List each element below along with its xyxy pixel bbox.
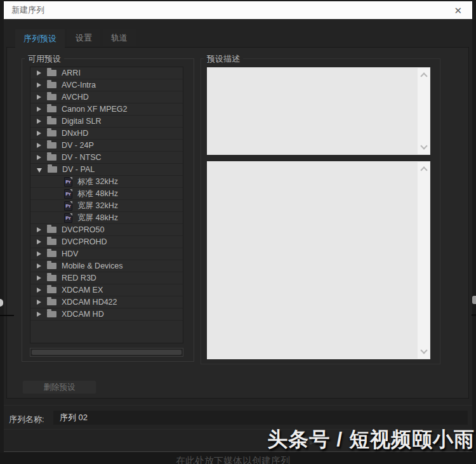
folder-icon bbox=[47, 239, 56, 245]
folder-icon bbox=[47, 287, 56, 293]
collapse-triangle-icon[interactable] bbox=[37, 168, 42, 173]
tree-item[interactable]: RED R3D bbox=[30, 272, 183, 284]
scroll-down-icon[interactable] bbox=[420, 142, 427, 149]
scroll-up-icon[interactable] bbox=[420, 72, 427, 79]
tree-item[interactable]: ARRI bbox=[30, 67, 183, 79]
expand-triangle-icon[interactable] bbox=[37, 275, 41, 281]
tree-item-label: XDCAM EX bbox=[62, 286, 103, 295]
tree-item-label: 标准 48kHz bbox=[77, 189, 118, 199]
folder-icon bbox=[47, 275, 56, 281]
dialog-title: 新建序列 bbox=[11, 4, 44, 16]
tree-item-label: 宽屏 32kHz bbox=[77, 201, 118, 211]
tree-item[interactable]: DVCPRO50 bbox=[30, 224, 183, 236]
watermark-text: 头条号 / 短视频颐小雨 bbox=[267, 426, 475, 454]
scroll-up-icon[interactable] bbox=[420, 166, 427, 173]
premiere-preset-icon: Pr bbox=[64, 213, 72, 223]
scroll-down-icon[interactable] bbox=[420, 347, 427, 354]
background-edge-artifact bbox=[0, 315, 14, 316]
expand-triangle-icon[interactable] bbox=[37, 95, 41, 100]
premiere-preset-icon: Pr bbox=[64, 189, 72, 199]
tree-item[interactable]: XDCAM HD bbox=[30, 308, 183, 321]
tree-item[interactable]: XDCAM EX bbox=[30, 284, 183, 296]
folder-icon bbox=[47, 70, 56, 76]
expand-triangle-icon[interactable] bbox=[37, 239, 41, 244]
horizontal-scrollbar[interactable] bbox=[30, 348, 183, 357]
delete-preset-button[interactable]: 删除预设 bbox=[22, 380, 96, 394]
folder-icon bbox=[47, 94, 56, 100]
tree-item[interactable]: Pr宽屏 48kHz bbox=[30, 212, 183, 224]
expand-triangle-icon[interactable] bbox=[37, 107, 41, 112]
folder-icon bbox=[47, 311, 56, 317]
folder-icon bbox=[47, 154, 56, 161]
tree-item-label: HDV bbox=[62, 249, 78, 258]
tree-item[interactable]: HDV bbox=[30, 248, 183, 260]
folder-icon bbox=[47, 227, 56, 233]
tree-item-label: AVC-Intra bbox=[62, 81, 96, 89]
expand-triangle-icon[interactable] bbox=[37, 251, 41, 256]
description-box-top bbox=[207, 67, 430, 155]
expand-triangle-icon[interactable] bbox=[37, 312, 41, 317]
background-edge-artifact bbox=[0, 299, 3, 307]
background-edge-artifact bbox=[472, 314, 476, 316]
tree-item[interactable]: Mobile & Devices bbox=[30, 260, 183, 272]
tree-item-label: Mobile & Devices bbox=[62, 262, 123, 270]
tree-item-label: DV - PAL bbox=[62, 165, 95, 174]
premiere-preset-icon: Pr bbox=[64, 177, 72, 187]
tree-item[interactable]: DVCPROHD bbox=[30, 236, 183, 248]
tree-item-label: DVCPROHD bbox=[62, 237, 107, 246]
vertical-scrollbar[interactable] bbox=[418, 68, 430, 154]
preset-description-label: 预设描述 bbox=[204, 53, 243, 65]
tree-item[interactable]: DV - PAL bbox=[30, 164, 183, 176]
tree-item-label: RED R3D bbox=[62, 274, 96, 282]
scrollbar-thumb[interactable] bbox=[32, 350, 182, 355]
tree-item[interactable]: Canon XF MPEG2 bbox=[30, 103, 183, 116]
tree-item[interactable]: DV - 24P bbox=[30, 140, 183, 152]
tab-settings[interactable]: 设置 bbox=[67, 29, 100, 47]
tree-item-label: ARRI bbox=[62, 69, 81, 77]
expand-triangle-icon[interactable] bbox=[37, 143, 41, 148]
close-icon[interactable]: ✕ bbox=[451, 4, 465, 17]
expand-triangle-icon[interactable] bbox=[37, 131, 41, 136]
expand-triangle-icon[interactable] bbox=[37, 119, 41, 124]
expand-triangle-icon[interactable] bbox=[37, 83, 41, 88]
tree-item[interactable]: Pr标准 32kHz bbox=[30, 176, 183, 188]
tree-item[interactable]: Digital SLR bbox=[30, 116, 183, 128]
folder-icon bbox=[47, 299, 56, 305]
tree-item-label: 标准 32kHz bbox=[77, 176, 118, 187]
tree-item-label: DVCPRO50 bbox=[62, 225, 104, 234]
sequence-name-label: 序列名称: bbox=[9, 414, 44, 425]
folder-icon bbox=[48, 166, 57, 173]
vertical-scrollbar[interactable] bbox=[418, 162, 430, 359]
background-app-strip: 在此处放下媒体以创建序列 bbox=[0, 453, 476, 464]
folder-icon bbox=[47, 251, 56, 257]
expand-triangle-icon[interactable] bbox=[37, 155, 41, 160]
tree-item-label: Digital SLR bbox=[62, 117, 102, 126]
tree-item[interactable]: XDCAM HD422 bbox=[30, 296, 183, 308]
tree-item-label: DV - NTSC bbox=[62, 153, 102, 162]
folder-icon bbox=[47, 82, 56, 88]
expand-triangle-icon[interactable] bbox=[37, 288, 41, 293]
tree-item-label: 宽屏 48kHz bbox=[77, 213, 118, 223]
expand-triangle-icon[interactable] bbox=[37, 300, 41, 305]
tree-item-label: Canon XF MPEG2 bbox=[62, 105, 128, 114]
expand-triangle-icon[interactable] bbox=[37, 263, 41, 268]
expand-triangle-icon[interactable] bbox=[37, 227, 41, 232]
tree-item-label: DNxHD bbox=[62, 129, 88, 138]
tree-item[interactable]: AVCHD bbox=[30, 91, 183, 103]
tab-sequence-presets[interactable]: 序列预设 bbox=[15, 29, 65, 48]
folder-icon bbox=[47, 142, 56, 149]
tree-item-label: XDCAM HD bbox=[62, 310, 104, 319]
tree-item-label: XDCAM HD422 bbox=[62, 298, 117, 307]
background-hint-text: 在此处放下媒体以创建序列 bbox=[176, 455, 290, 464]
preset-tree[interactable]: ARRIAVC-IntraAVCHDCanon XF MPEG2Digital … bbox=[30, 67, 183, 343]
background-edge-artifact bbox=[472, 296, 476, 304]
tree-item[interactable]: AVC-Intra bbox=[30, 79, 183, 91]
expand-triangle-icon[interactable] bbox=[37, 70, 41, 76]
tree-item[interactable]: Pr标准 48kHz bbox=[30, 188, 183, 200]
dialog-titlebar: 新建序列 ✕ bbox=[4, 1, 472, 19]
tree-item[interactable]: Pr宽屏 32kHz bbox=[30, 200, 183, 212]
tree-item[interactable]: DV - NTSC bbox=[30, 152, 183, 164]
tab-tracks[interactable]: 轨道 bbox=[103, 29, 136, 47]
sequence-name-input[interactable] bbox=[53, 411, 468, 425]
tree-item[interactable]: DNxHD bbox=[30, 128, 183, 140]
